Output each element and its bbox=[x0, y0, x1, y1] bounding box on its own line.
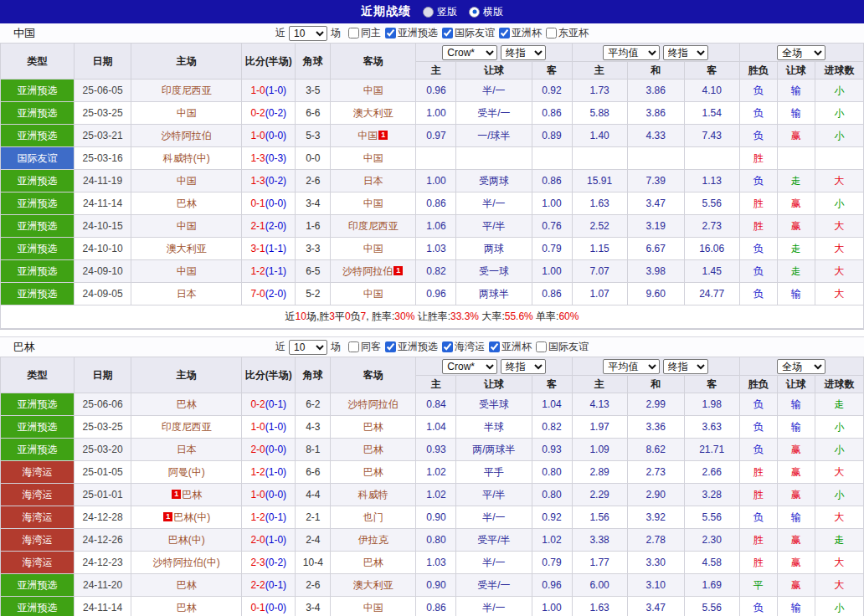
result-handicap: 走 bbox=[777, 238, 815, 260]
euro-source-select[interactable]: 平均值 bbox=[603, 45, 660, 60]
away-team-name[interactable]: 澳大利亚 bbox=[353, 579, 393, 591]
result-goals: 大 bbox=[815, 215, 863, 238]
home-team-name[interactable]: 中国 bbox=[177, 107, 197, 119]
scope-select[interactable]: 全场 bbox=[777, 359, 825, 374]
home-team-name[interactable]: 巴林 bbox=[177, 198, 197, 209]
match-date: 25-06-06 bbox=[75, 393, 131, 416]
away-team-name[interactable]: 日本 bbox=[363, 175, 383, 187]
league-filter-checkbox-input[interactable] bbox=[499, 28, 510, 38]
league-filter-checkbox[interactable]: 亚洲预选 bbox=[385, 26, 438, 40]
league-filter-checkbox-input[interactable] bbox=[385, 341, 396, 352]
home-team-name[interactable]: 中国 bbox=[177, 220, 197, 232]
asian-period-select[interactable]: 终指 bbox=[501, 359, 546, 374]
away-team-name[interactable]: 巴林 bbox=[363, 466, 383, 478]
fulltime-score: 1-0 bbox=[250, 85, 265, 96]
home-team-cell: 巴林 bbox=[131, 393, 242, 416]
away-team-name[interactable]: 中国 bbox=[363, 288, 383, 300]
result-goals: 小 bbox=[815, 416, 863, 439]
away-team-name[interactable]: 中国 bbox=[363, 152, 383, 164]
league-filter-checkbox[interactable]: 东亚杯 bbox=[546, 26, 589, 40]
home-team-name[interactable]: 巴林 bbox=[177, 398, 197, 410]
away-team-name[interactable]: 巴林 bbox=[363, 421, 383, 433]
bookmaker-select[interactable]: Crow* bbox=[442, 359, 497, 374]
away-team-name[interactable]: 沙特阿拉伯 bbox=[348, 398, 399, 410]
scope-select[interactable]: 全场 bbox=[777, 45, 825, 60]
eu-draw-odds: 3.86 bbox=[627, 102, 684, 125]
away-team-name[interactable]: 中国 bbox=[357, 130, 378, 141]
home-team-name[interactable]: 印度尼西亚 bbox=[162, 421, 212, 433]
home-team-name[interactable]: 科威特(中) bbox=[163, 152, 210, 164]
home-team-name[interactable]: 中国 bbox=[177, 175, 197, 187]
euro-source-select[interactable]: 平均值 bbox=[603, 359, 660, 374]
league-filter-checkbox-input[interactable] bbox=[546, 28, 557, 38]
away-team-name[interactable]: 巴林 bbox=[363, 444, 383, 455]
league-filter-checkbox[interactable]: 亚洲杯 bbox=[499, 26, 542, 40]
away-team-name[interactable]: 巴林 bbox=[363, 557, 383, 568]
fulltime-score: 1-3 bbox=[250, 175, 265, 187]
league-filter-checkbox-input[interactable] bbox=[442, 341, 453, 352]
league-filter-checkbox-input[interactable] bbox=[348, 341, 359, 352]
away-team-cell: 伊拉克 bbox=[331, 529, 416, 552]
home-team-name[interactable]: 巴林 bbox=[177, 579, 197, 591]
ah-handicap-line: 半/一 bbox=[456, 506, 532, 529]
league-filter-checkbox[interactable]: 海湾运 bbox=[442, 340, 485, 354]
home-team-name[interactable]: 巴林(中) bbox=[173, 511, 210, 523]
ah-handicap-line: 两/两球半 bbox=[456, 439, 532, 461]
home-team-name[interactable]: 印度尼西亚 bbox=[162, 85, 212, 96]
ah-home-odds: 1.00 bbox=[416, 170, 456, 192]
league-filter-checkbox[interactable]: 国际友谊 bbox=[536, 340, 589, 354]
home-team-name[interactable]: 阿曼(中) bbox=[168, 466, 205, 478]
away-team-name[interactable]: 中国 bbox=[363, 243, 383, 254]
ah-home-odds: 0.90 bbox=[416, 506, 456, 529]
home-team-name[interactable]: 巴林(中) bbox=[168, 534, 205, 546]
home-team-name[interactable]: 巴林 bbox=[182, 489, 202, 501]
league-badge: 亚洲预选 bbox=[1, 102, 75, 125]
col-header-eu-draw: 和 bbox=[627, 62, 684, 80]
league-filter-checkbox[interactable]: 同客 bbox=[348, 340, 381, 354]
away-team-name[interactable]: 沙特阿拉伯 bbox=[342, 265, 393, 277]
away-team-name[interactable]: 科威特 bbox=[358, 489, 388, 501]
home-team-name[interactable]: 日本 bbox=[177, 444, 197, 455]
recent-count-select[interactable]: 10 bbox=[289, 340, 327, 355]
away-team-name[interactable]: 中国 bbox=[363, 85, 383, 96]
home-team-name[interactable]: 沙特阿拉伯(中) bbox=[153, 557, 220, 568]
score-cell: 7-0(2-0) bbox=[242, 283, 296, 305]
league-filter-checkbox-input[interactable] bbox=[489, 341, 500, 352]
euro-period-select[interactable]: 终指 bbox=[663, 359, 708, 374]
corners-value: 4-3 bbox=[296, 416, 331, 439]
ah-handicap-line: 半/一 bbox=[456, 552, 532, 574]
away-team-name[interactable]: 伊拉克 bbox=[358, 534, 388, 546]
league-filter-checkbox-input[interactable] bbox=[536, 341, 547, 352]
league-filter-checkbox-input[interactable] bbox=[348, 28, 359, 38]
radio-horizontal-layout[interactable]: 横版 bbox=[469, 5, 503, 19]
home-team-name[interactable]: 日本 bbox=[177, 288, 197, 300]
league-filter-checkbox-input[interactable] bbox=[442, 28, 453, 38]
result-handicap: 输 bbox=[777, 416, 815, 439]
home-team-name[interactable]: 中国 bbox=[177, 265, 197, 277]
away-team-name[interactable]: 澳大利亚 bbox=[353, 107, 393, 119]
league-badge: 亚洲预选 bbox=[1, 439, 75, 461]
recent-count-select[interactable]: 10 bbox=[289, 26, 327, 41]
home-team-name[interactable]: 巴林 bbox=[177, 602, 197, 613]
league-filter-checkbox-input[interactable] bbox=[385, 28, 396, 38]
league-badge: 亚洲预选 bbox=[1, 125, 75, 147]
match-row: 海湾运 24-12-23 沙特阿拉伯(中) 2-3(0-2) 10-4 巴林 1… bbox=[1, 552, 864, 574]
match-date: 25-03-25 bbox=[75, 102, 131, 125]
home-team-name[interactable]: 澳大利亚 bbox=[167, 243, 207, 254]
away-team-name[interactable]: 印度尼西亚 bbox=[348, 220, 399, 232]
league-filter-checkbox[interactable]: 亚洲杯 bbox=[489, 340, 532, 354]
away-team-name[interactable]: 中国 bbox=[363, 198, 383, 209]
league-filter-checkbox[interactable]: 国际友谊 bbox=[442, 26, 495, 40]
radio-vertical-layout[interactable]: 竖版 bbox=[423, 5, 457, 19]
away-team-name[interactable]: 中国 bbox=[363, 602, 383, 613]
home-team-name[interactable]: 沙特阿拉伯 bbox=[162, 130, 212, 141]
league-filter-checkbox[interactable]: 同主 bbox=[348, 26, 381, 40]
euro-period-select[interactable]: 终指 bbox=[663, 45, 708, 60]
ah-home-odds: 1.03 bbox=[416, 238, 456, 260]
league-filter-checkbox[interactable]: 亚洲预选 bbox=[385, 340, 438, 354]
bookmaker-select[interactable]: Crow* bbox=[442, 45, 497, 60]
corners-value: 6-2 bbox=[296, 393, 331, 416]
away-team-name[interactable]: 也门 bbox=[363, 511, 383, 523]
asian-period-select[interactable]: 终指 bbox=[501, 45, 546, 60]
result-outcome: 负 bbox=[739, 506, 777, 529]
